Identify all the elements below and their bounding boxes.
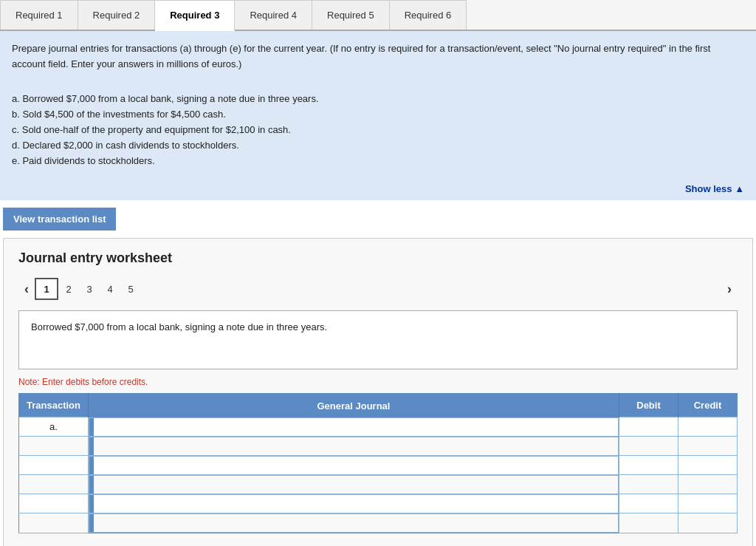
- table-row-journal-4[interactable]: [89, 494, 619, 513]
- journal-input-3[interactable]: [94, 476, 618, 494]
- next-page-button[interactable]: ›: [721, 279, 738, 300]
- page-3-button[interactable]: 3: [79, 278, 100, 300]
- view-btn-row: View transaction list: [0, 200, 756, 238]
- credit-input-4[interactable]: [678, 494, 737, 513]
- journal-input-0[interactable]: [94, 418, 618, 436]
- table-row-credit-5[interactable]: [678, 513, 738, 533]
- debit-input-2[interactable]: [619, 456, 678, 474]
- table-row-debit-0[interactable]: [619, 417, 678, 437]
- tabs-bar: Required 1 Required 2 Required 3 Require…: [0, 0, 756, 31]
- col-header-debit: Debit: [619, 394, 678, 417]
- table-row-credit-3[interactable]: [678, 475, 738, 494]
- journal-input-1[interactable]: [94, 437, 618, 455]
- table-row-transaction-1: [19, 437, 89, 456]
- table-row-debit-4[interactable]: [619, 494, 678, 513]
- debit-credit-note: Note: Enter debits before credits.: [18, 377, 738, 387]
- table-row-debit-3[interactable]: [619, 475, 678, 494]
- debit-input-1[interactable]: [619, 437, 678, 455]
- debit-input-3[interactable]: [619, 475, 678, 494]
- table-row-credit-0[interactable]: [678, 417, 738, 437]
- debit-input-5[interactable]: [619, 513, 678, 533]
- table-row-journal-1[interactable]: [89, 437, 619, 456]
- instructions-items: a. Borrowed $7,000 from a local bank, si…: [12, 92, 744, 168]
- view-transaction-button[interactable]: View transaction list: [3, 208, 116, 231]
- table-row-transaction-3: [19, 475, 89, 494]
- table-row-journal-0[interactable]: [89, 417, 619, 437]
- credit-input-5[interactable]: [678, 513, 737, 533]
- tab-required6[interactable]: Required 6: [390, 0, 467, 30]
- page-1-button[interactable]: 1: [35, 278, 58, 300]
- show-less-row: Show less ▲: [0, 179, 756, 200]
- credit-input-1[interactable]: [678, 437, 737, 455]
- journal-input-5[interactable]: [94, 514, 618, 532]
- credit-input-3[interactable]: [678, 475, 737, 494]
- table-row-transaction-2: [19, 456, 89, 475]
- tab-required2[interactable]: Required 2: [78, 0, 156, 30]
- worksheet-title: Journal entry worksheet: [18, 250, 738, 266]
- journal-entry-worksheet: Journal entry worksheet ‹ 1 2 3 4 5 › Bo…: [3, 238, 753, 546]
- table-row-credit-1[interactable]: [678, 437, 738, 456]
- instruction-item-a: a. Borrowed $7,000 from a local bank, si…: [12, 92, 744, 107]
- journal-input-4[interactable]: [94, 495, 618, 513]
- debit-input-4[interactable]: [619, 494, 678, 513]
- instruction-item-c: c. Sold one-half of the property and equ…: [12, 123, 744, 138]
- instruction-item-d: d. Declared $2,000 in cash dividends to …: [12, 138, 744, 154]
- page-2-button[interactable]: 2: [58, 278, 79, 300]
- journal-input-2[interactable]: [94, 457, 618, 474]
- table-row-credit-4[interactable]: [678, 494, 738, 513]
- page-5-button[interactable]: 5: [120, 278, 141, 300]
- debit-input-0[interactable]: [619, 417, 678, 436]
- col-header-general-journal: General Journal: [88, 394, 619, 417]
- journal-table: Transaction General Journal Debit Credit…: [18, 393, 738, 533]
- table-row-debit-2[interactable]: [619, 456, 678, 475]
- prev-page-button[interactable]: ‹: [18, 279, 35, 300]
- instruction-item-b: b. Sold $4,500 of the investments for $4…: [12, 107, 744, 123]
- table-row-journal-5[interactable]: [89, 513, 619, 533]
- credit-input-0[interactable]: [678, 417, 737, 436]
- table-row-transaction-4: [19, 494, 89, 513]
- instructions-panel: Prepare journal entries for transactions…: [0, 31, 756, 179]
- tab-required3[interactable]: Required 3: [155, 0, 235, 31]
- table-row-transaction-0: a.: [19, 417, 89, 437]
- table-row-transaction-5: [19, 513, 89, 533]
- table-row-debit-5[interactable]: [619, 513, 678, 533]
- show-less-link[interactable]: Show less ▲: [685, 183, 744, 194]
- table-row-debit-1[interactable]: [619, 437, 678, 456]
- instructions-intro: Prepare journal entries for transactions…: [12, 41, 744, 72]
- table-row-journal-2[interactable]: [89, 456, 619, 475]
- transaction-description: Borrowed $7,000 from a local bank, signi…: [18, 310, 738, 369]
- table-row-credit-2[interactable]: [678, 456, 738, 475]
- tab-required4[interactable]: Required 4: [235, 0, 312, 30]
- table-row-journal-3[interactable]: [89, 475, 619, 494]
- instruction-item-e: e. Paid dividends to stockholders.: [12, 154, 744, 169]
- col-header-credit: Credit: [678, 394, 738, 417]
- pagination: ‹ 1 2 3 4 5 ›: [18, 278, 738, 300]
- tab-required1[interactable]: Required 1: [0, 0, 78, 30]
- credit-input-2[interactable]: [678, 456, 737, 474]
- tab-required5[interactable]: Required 5: [312, 0, 390, 30]
- page-4-button[interactable]: 4: [100, 278, 120, 300]
- col-header-transaction: Transaction: [19, 394, 89, 417]
